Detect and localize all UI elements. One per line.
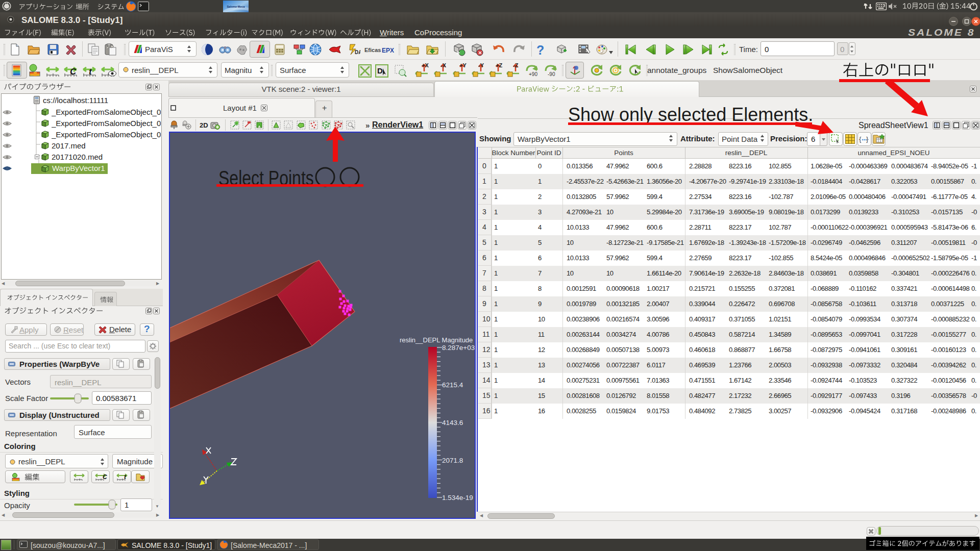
svg-text:D: D — [377, 66, 383, 75]
svg-text:{: { — [859, 135, 862, 143]
svg-text:DA: DA — [355, 49, 360, 55]
svg-text:Salome-Meca: Salome-Meca — [227, 5, 245, 8]
svg-text:}: } — [866, 135, 869, 143]
